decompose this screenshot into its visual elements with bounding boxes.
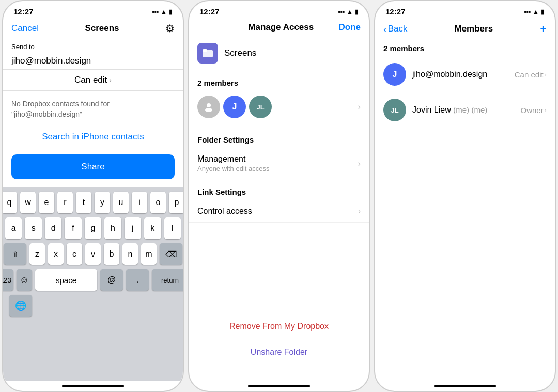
share-button[interactable]: Share [11, 154, 175, 179]
status-bar-1: 12:27 ▪▪▪ ▲ ▮ [3, 1, 183, 19]
panel-manage-access: 12:27 ▪▪▪ ▲ ▮ Manage Access Done Screens… [188, 0, 370, 392]
member-row-1[interactable]: J jiho@mobbin.design Can edit › [375, 57, 555, 92]
member-1-role[interactable]: Can edit › [515, 70, 547, 79]
home-indicator-1 [3, 381, 183, 391]
management-subtitle: Anyone with edit access [197, 165, 358, 173]
done-button[interactable]: Done [339, 22, 361, 33]
member-1-name: jiho@mobbin.design [412, 70, 508, 79]
home-indicator-2 [189, 381, 369, 391]
key-r[interactable]: r [57, 192, 73, 213]
battery-icon: ▮ [169, 8, 173, 15]
cancel-button[interactable]: Cancel [11, 23, 39, 34]
key-s[interactable]: s [25, 217, 41, 239]
status-bar-3: 12:27 ▪▪▪ ▲ ▮ [375, 1, 555, 19]
unshare-folder-button[interactable]: Unshare Folder [189, 339, 369, 365]
keyboard-row-4: 123 ☺ space @ . return [5, 269, 181, 291]
key-t[interactable]: t [76, 192, 91, 213]
content-spacer-2 [189, 223, 369, 313]
nav-bar-1: Cancel Screens ⚙ [3, 19, 183, 39]
member-2-role-label: Owner [520, 106, 543, 115]
key-i[interactable]: i [132, 192, 147, 213]
email-value: jiho@mobbin.design [11, 56, 91, 66]
key-space[interactable]: space [35, 269, 97, 291]
management-content: Management Anyone with edit access [197, 154, 358, 173]
keyboard-row-2: a s d f g h j k l [5, 217, 181, 239]
key-n[interactable]: n [122, 243, 138, 265]
member-1-role-label: Can edit [515, 70, 544, 79]
key-y[interactable]: y [95, 192, 110, 213]
control-access-title: Control access [197, 207, 358, 216]
folder-info: Screens [189, 37, 369, 70]
search-iphone-button[interactable]: Search in iPhone contacts [3, 128, 183, 146]
key-d[interactable]: d [45, 217, 61, 239]
key-g[interactable]: g [85, 217, 101, 239]
chevron-right-management-icon: › [358, 159, 361, 168]
key-return[interactable]: return [152, 269, 184, 291]
add-member-button[interactable]: + [540, 22, 547, 36]
key-u[interactable]: u [113, 192, 129, 213]
key-j[interactable]: j [125, 217, 141, 239]
manage-nav: Manage Access Done [189, 19, 369, 37]
key-v[interactable]: v [85, 243, 101, 265]
wifi-icon-3: ▲ [533, 8, 539, 15]
key-l[interactable]: l [164, 217, 181, 239]
member-2-info: Jovin Liew (me) (me) [412, 105, 514, 115]
key-at[interactable]: @ [100, 269, 123, 291]
key-k[interactable]: k [144, 217, 161, 239]
members-avatars-row[interactable]: J JL › [189, 91, 369, 127]
member-row-2[interactable]: JL Jovin Liew (me) (me) Owner › [375, 92, 555, 128]
key-dot[interactable]: . [126, 269, 149, 291]
manage-access-title: Manage Access [248, 22, 314, 33]
can-edit-label: Can edit [74, 75, 107, 85]
key-z[interactable]: z [29, 243, 45, 265]
chevron-left-icon: ‹ [383, 23, 387, 35]
back-label: Back [388, 24, 408, 34]
link-settings-header: Link Settings [189, 179, 369, 200]
avatar-member-2-initial: JL [391, 106, 398, 114]
key-globe[interactable]: 🌐 [9, 295, 32, 317]
key-emoji[interactable]: ☺ [17, 269, 32, 291]
key-e[interactable]: e [39, 192, 54, 213]
panel-members: 12:27 ▪▪▪ ▲ ▮ ‹ Back Members + 2 members… [374, 0, 556, 392]
key-123[interactable]: 123 [2, 269, 13, 291]
key-c[interactable]: c [67, 243, 82, 265]
chevron-right-control-icon: › [358, 207, 361, 216]
screens-title-1: Screens [85, 23, 119, 34]
key-h[interactable]: h [104, 217, 121, 239]
folder-settings-header: Folder Settings [189, 127, 369, 148]
key-f[interactable]: f [65, 217, 81, 239]
chevron-right-member1-icon: › [545, 71, 547, 79]
key-w[interactable]: w [20, 192, 36, 213]
management-row[interactable]: Management Anyone with edit access › [189, 148, 369, 179]
wifi-icon: ▲ [161, 8, 167, 15]
key-shift[interactable]: ⇧ [4, 243, 26, 265]
key-delete[interactable]: ⌫ [160, 243, 182, 265]
battery-icon-2: ▮ [355, 8, 359, 15]
gear-icon[interactable]: ⚙ [165, 22, 175, 35]
home-bar-2 [248, 385, 310, 387]
key-a[interactable]: a [5, 217, 22, 239]
no-contacts-message: No Dropbox contacts found for"jiho@mobbi… [3, 91, 183, 128]
key-x[interactable]: x [48, 243, 64, 265]
keyboard-row-1: q w e r t y u i o p [5, 192, 181, 213]
email-input[interactable]: jiho@mobbin.design [3, 53, 183, 70]
members-title: Members [454, 24, 493, 34]
back-button[interactable]: ‹ Back [383, 23, 407, 35]
remove-dropbox-button[interactable]: Remove From My Dropbox [189, 313, 369, 339]
control-access-row[interactable]: Control access › [189, 200, 369, 223]
content-spacer-3 [375, 128, 555, 381]
key-o[interactable]: o [150, 192, 166, 213]
management-title: Management [197, 154, 358, 164]
members-count: 2 members [375, 40, 555, 57]
key-q[interactable]: q [2, 192, 17, 213]
key-b[interactable]: b [104, 243, 119, 265]
key-m[interactable]: m [141, 243, 157, 265]
member-2-role[interactable]: Owner › [520, 106, 547, 115]
folder-icon [197, 43, 218, 64]
avatar-jl: JL [249, 96, 272, 118]
home-bar-3 [434, 385, 496, 387]
key-p[interactable]: p [169, 192, 184, 213]
keyboard-row-5: 🌐 [5, 295, 181, 317]
can-edit-row[interactable]: Can edit › [3, 70, 183, 91]
status-icons-2: ▪▪▪ ▲ ▮ [338, 8, 359, 15]
